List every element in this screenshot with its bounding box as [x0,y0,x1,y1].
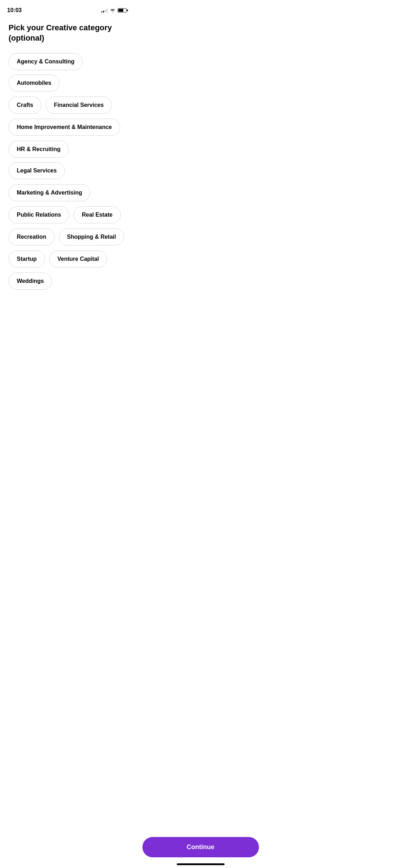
category-pill-agency-consulting[interactable]: Agency & Consulting [9,53,83,70]
category-pill-real-estate[interactable]: Real Estate [73,206,120,223]
category-row-8: Weddings [9,273,125,290]
category-row-1: CraftsFinancial Services [9,97,125,114]
category-pill-startup[interactable]: Startup [9,250,45,268]
category-row-7: StartupVenture Capital [9,250,125,268]
category-pill-crafts[interactable]: Crafts [9,97,41,114]
category-row-0: Agency & ConsultingAutomobiles [9,53,125,92]
category-pill-public-relations[interactable]: Public Relations [9,206,69,223]
category-pill-recreation[interactable]: Recreation [9,228,55,246]
category-pill-legal-services[interactable]: Legal Services [9,162,65,179]
category-pill-automobiles[interactable]: Automobiles [9,74,60,92]
category-row-6: RecreationShopping & Retail [9,228,125,246]
signal-icon [101,8,108,12]
category-row-4: Marketing & Advertising [9,184,125,201]
status-bar: 10:03 [0,0,134,16]
category-pill-home-improvement[interactable]: Home Improvement & Maintenance [9,119,120,136]
status-icons [101,8,127,12]
category-row-5: Public RelationsReal Estate [9,206,125,223]
page-title: Pick your Creative category (optional) [9,23,125,43]
battery-icon [118,8,127,12]
category-pill-marketing-advertising[interactable]: Marketing & Advertising [9,184,90,201]
category-row-2: Home Improvement & Maintenance [9,119,125,136]
category-pill-financial-services[interactable]: Financial Services [46,97,112,114]
category-row-3: HR & RecruitingLegal Services [9,141,125,179]
categories-container: Agency & ConsultingAutomobilesCraftsFina… [9,53,125,290]
wifi-icon [110,8,115,12]
category-pill-shopping-retail[interactable]: Shopping & Retail [59,228,124,246]
category-pill-venture-capital[interactable]: Venture Capital [49,250,107,268]
category-pill-hr-recruiting[interactable]: HR & Recruiting [9,141,69,158]
category-pill-weddings[interactable]: Weddings [9,273,52,290]
main-content: Pick your Creative category (optional) A… [0,16,134,332]
status-time: 10:03 [7,7,22,14]
